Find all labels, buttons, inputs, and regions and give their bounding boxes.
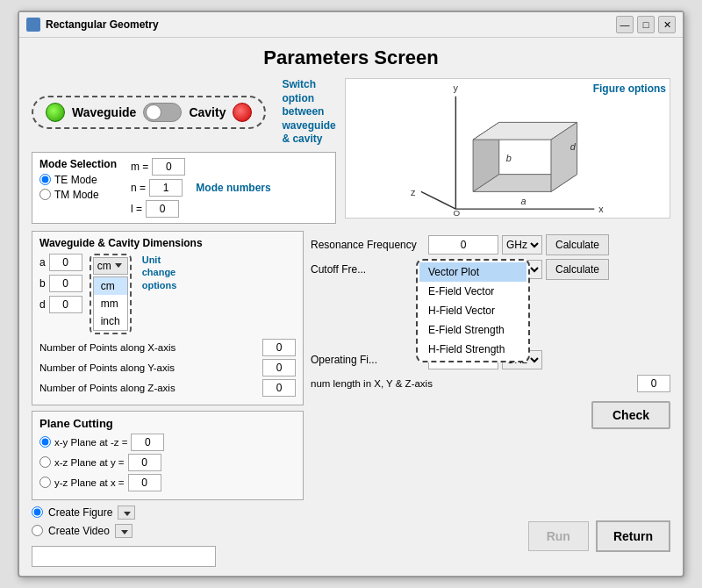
yz-plane-input[interactable] <box>128 474 161 491</box>
bottom-right: Check <box>311 401 670 429</box>
mn-fields: m = n = l = <box>131 158 185 218</box>
minimize-button[interactable]: — <box>616 16 634 33</box>
check-button[interactable]: Check <box>591 401 670 429</box>
svg-text:b: b <box>505 153 511 163</box>
mode-radios: TE Mode TM Mode <box>39 174 117 201</box>
vector-plot-dropdown: Vector Plot E-Field Vector H-Field Vecto… <box>416 259 530 362</box>
svg-text:O: O <box>453 208 460 218</box>
n-label: n = <box>131 182 146 194</box>
d-input[interactable] <box>49 296 82 313</box>
create-video-radio[interactable] <box>32 525 43 536</box>
b-input[interactable] <box>49 275 82 292</box>
maximize-button[interactable]: □ <box>637 16 655 33</box>
xz-plane-label: x-z Plane at y = <box>54 457 125 468</box>
create-figure-label: Create Figure <box>48 506 112 519</box>
n-input[interactable] <box>149 179 183 197</box>
tm-mode-label: TM Mode <box>54 189 99 201</box>
unit-option-cm[interactable]: cm <box>94 277 127 295</box>
figure-annotation: Figure options <box>593 82 666 95</box>
resonance-input[interactable] <box>428 235 498 255</box>
te-mode-row: TE Mode <box>39 174 117 186</box>
dimension-rows: a b d <box>39 254 296 334</box>
unit-dropdown-arrow <box>115 263 122 268</box>
xz-plane-input[interactable] <box>128 454 161 471</box>
vector-option-hstrength[interactable]: H-Field Strength <box>419 340 526 359</box>
right-panel: Resonance Frequency GHz Calculate Cutoff… <box>311 231 670 500</box>
b-dim-row: b <box>39 275 82 292</box>
close-button[interactable]: ✕ <box>658 16 676 33</box>
return-button[interactable]: Return <box>596 520 670 552</box>
yz-plane-radio[interactable] <box>39 477 51 488</box>
app-icon <box>26 18 40 32</box>
vector-option-plot[interactable]: Vector Plot <box>419 262 526 282</box>
main-area: Waveguide & Cavity Dimensions a b <box>32 231 670 500</box>
run-button[interactable]: Run <box>528 521 589 551</box>
l-row: l = <box>131 200 185 218</box>
dim-labels: a b d <box>39 254 82 313</box>
tm-mode-row: TM Mode <box>39 189 117 201</box>
operating-label: Operating Fi... <box>311 354 425 366</box>
m-row: m = <box>131 158 185 176</box>
l-input[interactable] <box>146 200 179 218</box>
svg-text:y: y <box>453 82 458 93</box>
waveguide-label: Waveguide <box>72 105 136 119</box>
d-label: d <box>39 298 46 311</box>
svg-text:d: d <box>569 141 576 152</box>
te-mode-radio[interactable] <box>39 174 51 185</box>
mode-toggle-section: Waveguide Cavity <box>32 96 266 129</box>
xy-plane-label: x-y Plane at -z = <box>54 437 127 448</box>
z-points-input[interactable] <box>262 379 296 397</box>
left-panel: Waveguide & Cavity Dimensions a b <box>32 231 304 500</box>
resonance-unit-select[interactable]: GHz <box>502 235 542 255</box>
y-points-input[interactable] <box>262 359 296 376</box>
x-points-row: Number of Points along X-axis <box>39 339 296 356</box>
svg-text:x: x <box>598 204 604 214</box>
create-video-dropdown-button[interactable] <box>115 524 133 538</box>
dimensions-box: Waveguide & Cavity Dimensions a b <box>32 231 304 405</box>
screen-title: Parameters Screen <box>32 47 670 69</box>
bottom-row: Create Figure Create Video Run Return <box>32 506 670 567</box>
command-input[interactable] <box>32 546 216 567</box>
calculate-resonance-button[interactable]: Calculate <box>546 234 609 255</box>
xy-plane-radio[interactable] <box>39 436 51 448</box>
create-video-row: Create Video <box>32 524 521 538</box>
l-label: l = <box>131 203 142 215</box>
main-window: Rectangular Geometry — □ ✕ Parameters Sc… <box>18 11 684 577</box>
tm-mode-radio[interactable] <box>39 189 51 200</box>
title-bar: Rectangular Geometry — □ ✕ <box>19 12 683 38</box>
mode-annotation: Mode numbers <box>196 182 270 194</box>
m-input[interactable] <box>152 158 185 176</box>
resonance-row: Resonance Frequency GHz Calculate <box>311 234 670 255</box>
mode-toggle-switch[interactable] <box>143 103 182 122</box>
frequency-area: Resonance Frequency GHz Calculate Cutoff… <box>311 234 670 392</box>
yz-plane-row: y-z Plane at x = <box>39 474 296 491</box>
video-dropdown-arrow-icon <box>121 530 128 534</box>
create-figure-radio[interactable] <box>32 506 43 518</box>
m-label: m = <box>131 161 148 173</box>
maxlen-label: num length in X, Y & Z-axis <box>311 378 634 389</box>
calculate-cutoff-button[interactable]: Calculate <box>546 259 609 280</box>
waveguide-indicator <box>46 103 65 122</box>
xy-plane-input[interactable] <box>131 434 164 451</box>
top-row: Waveguide Cavity Switch option between w… <box>32 78 670 224</box>
d-dim-row: d <box>39 296 82 313</box>
maxlen-input[interactable] <box>637 375 670 392</box>
x-points-input[interactable] <box>262 339 296 356</box>
vector-option-hfield[interactable]: H-Field Vector <box>419 301 526 320</box>
unit-option-mm[interactable]: mm <box>94 295 127 312</box>
unit-select-top[interactable]: cm <box>93 257 128 275</box>
create-section: Create Figure Create Video <box>32 506 521 567</box>
unit-dropdown-menu: cm mm inch <box>93 276 128 331</box>
unit-option-inch[interactable]: inch <box>94 312 127 330</box>
unit-annotation: Unit change options <box>142 254 195 291</box>
yz-plane-label: y-z Plane at x = <box>54 477 125 488</box>
a-input[interactable] <box>49 254 82 271</box>
vector-option-efield[interactable]: E-Field Vector <box>419 282 526 301</box>
xz-plane-radio[interactable] <box>39 456 51 468</box>
vector-option-estrength[interactable]: E-Field Strength <box>419 320 526 340</box>
cutoff-label: Cutoff Fre... <box>311 263 425 276</box>
svg-text:z: z <box>411 187 416 197</box>
te-mode-label: TE Mode <box>54 174 97 186</box>
create-figure-dropdown-button[interactable] <box>118 506 135 520</box>
figure-dropdown-arrow-icon <box>124 512 131 516</box>
